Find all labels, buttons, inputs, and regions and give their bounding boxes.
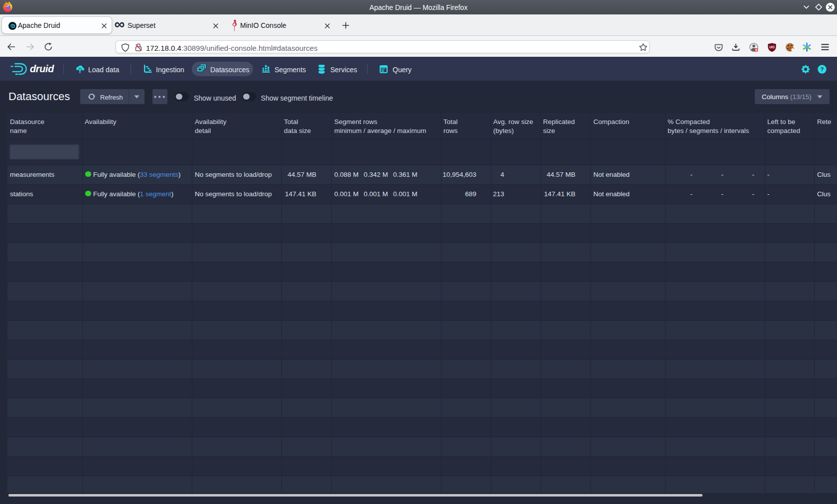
svg-text:UO: UO [769,45,775,49]
svg-text:?: ? [820,66,824,72]
